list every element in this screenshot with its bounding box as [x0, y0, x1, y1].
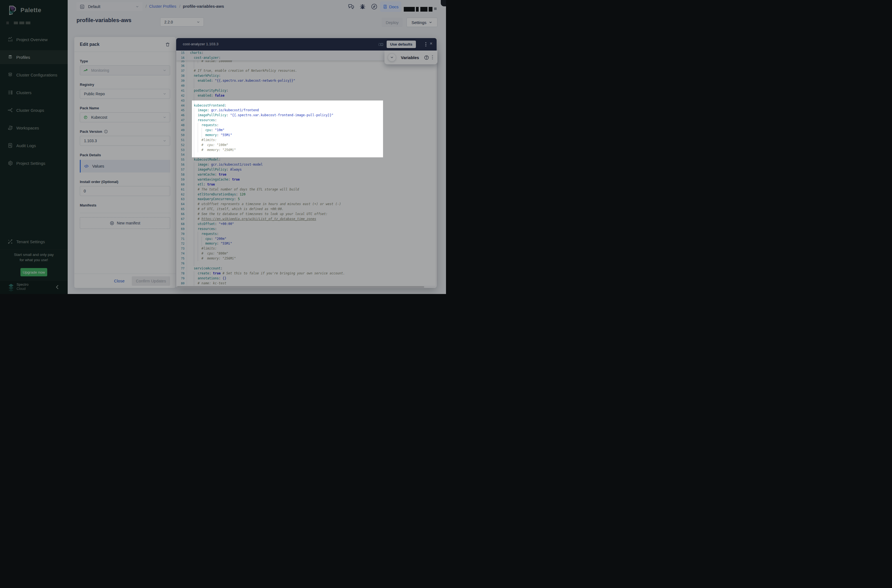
sidebar: Palette Project Overview Profiles Cluste… [0, 0, 68, 294]
pack-details-values-tab[interactable]: Values [80, 160, 170, 172]
editor-kebab-menu-icon[interactable] [423, 41, 428, 48]
docs-button[interactable]: Docs [380, 2, 401, 12]
scrollbar-thumb[interactable] [177, 286, 424, 288]
use-defaults-button[interactable]: Use defaults [387, 40, 416, 48]
upgrade-now-button[interactable]: Upgrade now [20, 268, 47, 276]
code-line-75: 75 # memory: "256Mi" [176, 256, 437, 261]
code-line-61: 61 # The total number of days the ETL st… [176, 187, 437, 192]
sidebar-item-project-overview[interactable]: Project Overview [0, 33, 68, 46]
code-line-60: 60 etl: true [176, 182, 437, 187]
plus-circle-icon [110, 221, 114, 225]
pack-values-editor: cost-analyzer 1.103.3 Use defaults × 35 … [176, 38, 437, 288]
palette-logo: Palette [7, 5, 41, 15]
stack-icon [8, 72, 13, 78]
code-lines: 35 # value: 10000003637 # If true, enabl… [176, 59, 437, 286]
sidebar-item-workspaces[interactable]: Workspaces [0, 121, 68, 135]
sidebar-item-project-settings[interactable]: Project Settings [0, 156, 68, 170]
top-header: Default / Cluster Profiles / profile-var… [68, 0, 446, 13]
code-line-76: 76 [176, 261, 437, 266]
project-selector[interactable]: Default [77, 2, 143, 11]
pack-details-label: Pack Details [80, 153, 170, 157]
edit-pack-panel: Edit pack Type Monitoring Registry Publi… [74, 37, 176, 288]
breadcrumb-current: profile-variables-aws [183, 4, 224, 9]
horizontal-scrollbar[interactable] [176, 286, 437, 288]
project-chart-icon [80, 4, 84, 9]
sidebar-item-clusters[interactable]: Clusters [0, 86, 68, 99]
settings-button[interactable]: Settings [407, 18, 437, 27]
sidebar-item-cluster-configurations[interactable]: Cluster Configurations [0, 68, 68, 82]
bug-report-icon[interactable] [359, 3, 366, 10]
collapse-sidebar-icon[interactable] [54, 284, 61, 290]
confirm-updates-button[interactable]: Confirm Updates [132, 276, 170, 286]
type-label: Type [80, 59, 170, 63]
code-area[interactable]: 35 # value: 10000003637 # If true, enabl… [176, 51, 437, 288]
network-nodes-icon [8, 107, 13, 113]
deploy-button[interactable]: Deploy [381, 18, 402, 27]
help-compass-icon[interactable] [371, 3, 378, 10]
code-line-46: 46 imagePullPolicy: "{{.spectro.var.kube… [176, 113, 437, 118]
code-line-66: 66 # See the tz database of timezones to… [176, 212, 437, 217]
chevron-down-icon [163, 92, 167, 96]
code-line-72: 72 memory: "55Mi" [176, 241, 437, 246]
feedback-chat-icon[interactable] [347, 3, 354, 10]
help-circle-icon[interactable] [424, 55, 429, 60]
sidebar-footer: Spectro Cloud [0, 280, 68, 294]
variables-kebab-menu-icon[interactable] [431, 54, 434, 60]
compare-diff-icon[interactable] [378, 42, 384, 47]
redacted-username [416, 7, 419, 12]
pack-version-select[interactable]: 1.103.3 [80, 136, 170, 146]
code-line-41: 41 podSecurityPolicy: [176, 88, 437, 93]
sidebar-item-cluster-groups[interactable]: Cluster Groups [0, 103, 68, 117]
install-order-input[interactable] [80, 186, 170, 196]
pack-name-label: Pack Name [80, 106, 170, 110]
code-line-67: 67 # https://en.wikipedia.org/wiki/List_… [176, 217, 437, 222]
editor-close-icon[interactable]: × [428, 41, 434, 46]
redacted-username [404, 7, 415, 12]
book-icon [383, 4, 387, 9]
edit-pack-footer: Close Confirm Updates [74, 274, 176, 288]
breadcrumb-cluster-profiles[interactable]: Cluster Profiles [149, 4, 176, 9]
sidebar-item-audit-logs[interactable]: Audit Logs [0, 139, 68, 152]
close-button[interactable]: Close [114, 279, 125, 283]
registry-select[interactable]: Public Repo [80, 89, 170, 99]
code-line-68: 68 utcOffset: "+00:00" [176, 222, 437, 226]
code-line-42: 42 enabled: false [176, 93, 437, 98]
upsell-text: Start small and only pay for what you us… [0, 252, 68, 262]
code-line-62: 62 etlStoreDurationDays: 120 [176, 192, 437, 197]
sidebar-item-tenant-settings[interactable]: Tenant Settings [0, 235, 68, 249]
chevron-down-icon [390, 56, 394, 59]
profile-version-select[interactable]: 2.2.0 [160, 17, 204, 27]
variables-collapse-button[interactable] [388, 53, 396, 62]
code-line-80: 80 # name: kc-test [176, 281, 437, 286]
sidebar-item-profiles[interactable]: Profiles [0, 50, 68, 64]
code-line-52: 52 # cpu: "100m" [176, 143, 437, 148]
code-line-78: 78 create: true # Set this to false if y… [176, 271, 437, 276]
caret-redacted [434, 8, 437, 10]
code-line-77: 77 serviceAccount: [176, 266, 437, 271]
pack-name-select[interactable]: Kubecost [80, 112, 170, 122]
code-line-73: 73 #limits: [176, 246, 437, 251]
manifests-label: Manifests [80, 203, 170, 207]
spectro-cloud-logo [7, 283, 15, 291]
code-line-40: 40 [176, 83, 437, 88]
code-line-45: 45 image: gcr.io/kubecost1/frontend [176, 108, 437, 113]
pack-version-label: Pack Version [80, 129, 170, 134]
install-order-label: Install order (Optional) [80, 180, 170, 184]
code-line-50: 50 memory: "55Mi" [176, 133, 437, 138]
code-line-71: 71 cpu: "200m" [176, 237, 437, 242]
info-icon[interactable] [104, 129, 108, 134]
kubecost-icon [83, 115, 88, 120]
spectro-cloud-name: Spectro Cloud [17, 283, 29, 291]
code-line-63: 63 maxQueryConcurrency: 5 [176, 197, 437, 202]
code-line-37: 37 # If true, enable creation of Network… [176, 69, 437, 74]
avatar[interactable] [441, 0, 446, 6]
code-line-44: 44 kubecostFrontend: [176, 103, 437, 108]
trash-icon[interactable] [165, 42, 170, 47]
editor-header: cost-analyzer 1.103.3 Use defaults × [176, 38, 437, 51]
chevron-down-icon [135, 5, 139, 9]
code-line-65: 65 # of UTC, itself, which is defined as… [176, 207, 437, 212]
gear-icon [8, 160, 13, 166]
palette-logo-icon [7, 5, 18, 15]
new-manifest-button[interactable]: New manifest [80, 217, 170, 229]
chevron-down-icon [163, 116, 167, 119]
